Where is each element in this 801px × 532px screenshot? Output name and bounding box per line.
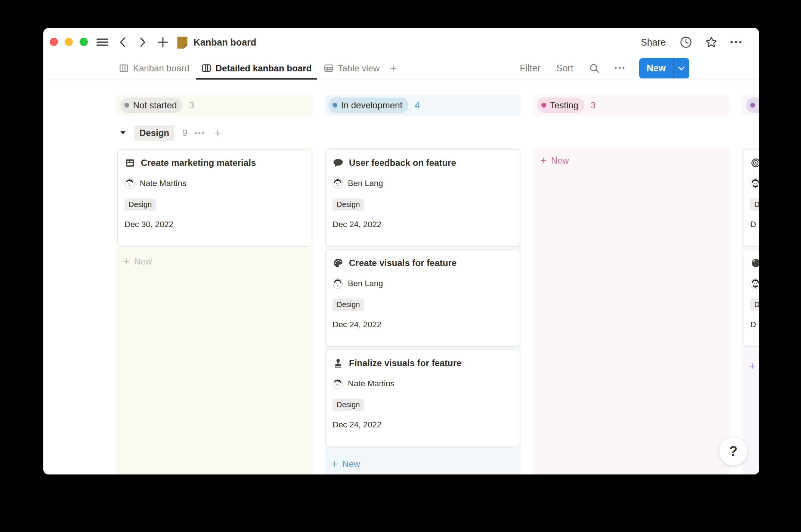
ellipsis-icon: •••: [615, 64, 626, 72]
card-finalize-visuals-for-feature[interactable]: Finalize visuals for feature Nate Martin…: [325, 350, 520, 447]
add-card-label: New: [342, 459, 360, 469]
tag: D: [750, 299, 759, 311]
filter-button[interactable]: Filter: [517, 62, 543, 74]
due-date: D: [750, 220, 759, 229]
column-count: 3: [189, 100, 194, 111]
chevron-left-icon: [118, 37, 127, 48]
avatar-nate-martins: [333, 378, 343, 389]
titlebar: Kanban board Share •••: [43, 28, 759, 56]
add-card-button[interactable]: + New: [325, 455, 520, 473]
card-title: Finalize visuals for feature: [349, 358, 461, 368]
board-view-icon: [119, 63, 129, 73]
tag-design: Design: [333, 299, 364, 311]
due-date: Dec 30, 2022: [124, 220, 305, 229]
status-label: Not started: [133, 100, 177, 111]
due-date: Dec 24, 2022: [333, 320, 513, 330]
due-date: Dec 24, 2022: [333, 220, 513, 229]
status-dot-icon: [333, 103, 337, 108]
favorite-button[interactable]: [704, 35, 719, 50]
column-testing: Testing 3 + New: [534, 95, 730, 474]
column-clipped: D D D D + New: [742, 95, 759, 474]
plus-icon: +: [123, 256, 130, 267]
status-label: Testing: [550, 100, 578, 111]
add-card-button[interactable]: + New: [743, 357, 759, 375]
add-view-button[interactable]: +: [386, 57, 400, 80]
new-entry-button[interactable]: New: [639, 58, 673, 78]
sidebar-menu-button[interactable]: [95, 35, 110, 50]
updates-button[interactable]: [678, 35, 693, 50]
chevron-down-icon: [678, 66, 685, 71]
assignee-name: Ben Lang: [348, 179, 383, 188]
back-button[interactable]: [115, 35, 130, 50]
new-page-button[interactable]: [155, 35, 170, 50]
page-title: Kanban board: [194, 37, 256, 48]
add-card-button[interactable]: + New: [534, 152, 729, 170]
avatar: [750, 178, 759, 189]
tab-label: Table view: [338, 63, 380, 74]
new-entry-button-group: New: [639, 58, 689, 78]
new-entry-dropdown-button[interactable]: [673, 58, 689, 78]
hamburger-icon: [96, 38, 108, 47]
card-clipped-1[interactable]: D D: [743, 149, 759, 247]
tab-table-view[interactable]: Table view: [318, 57, 385, 80]
minimize-window-button[interactable]: [65, 38, 73, 46]
assignee-name: Ben Lang: [348, 279, 383, 288]
tag-design: Design: [333, 399, 364, 411]
tab-kanban-board[interactable]: Kanban board: [114, 57, 195, 80]
card-title: Create marketing materials: [141, 158, 256, 168]
sort-button[interactable]: Sort: [554, 62, 576, 74]
share-button[interactable]: Share: [638, 37, 668, 48]
status-pill-not-started[interactable]: Not started: [120, 98, 183, 113]
view-tabs: Kanban board Detailed kanban board Table…: [114, 57, 400, 80]
column-header: In development 4: [325, 95, 521, 116]
breadcrumb[interactable]: Kanban board: [176, 33, 256, 51]
layout-icon: [124, 157, 136, 168]
column-header: Not started 3: [117, 95, 313, 116]
board-controls: Filter Sort ••• New: [517, 57, 689, 80]
plus-icon: +: [540, 155, 547, 166]
add-card-label: New: [551, 155, 569, 166]
plus-icon: +: [331, 459, 338, 470]
more-options-button[interactable]: •••: [729, 35, 744, 50]
plus-icon: +: [749, 361, 755, 372]
tag: D: [750, 198, 759, 211]
forward-button[interactable]: [135, 35, 150, 50]
notion-window: Kanban board Share •••: [43, 28, 759, 474]
column-body: D D D D + New: [742, 148, 759, 474]
column-header: Testing 3: [534, 95, 730, 116]
close-window-button[interactable]: [50, 38, 58, 46]
column-count: 3: [591, 100, 596, 111]
status-dot-icon: [124, 103, 129, 108]
search-button[interactable]: [587, 61, 602, 76]
due-date: D: [750, 320, 759, 330]
speech-bubble-icon: [333, 157, 344, 168]
due-date: Dec 24, 2022: [333, 420, 513, 430]
view-settings-button[interactable]: •••: [613, 61, 628, 76]
avatar-ben-lang: [333, 278, 343, 289]
ellipsis-icon: •••: [730, 37, 743, 47]
column-body: + New: [534, 148, 730, 474]
help-button[interactable]: ?: [719, 437, 748, 466]
card-user-feedback-on-feature[interactable]: User feedback on feature Ben Lang Design…: [325, 149, 520, 247]
status-pill-in-development[interactable]: In development: [328, 98, 408, 113]
assignee-name: Nate Martins: [140, 179, 186, 188]
kanban-board: Design 9 ••• + Not started 3 Create mark…: [43, 95, 759, 474]
card-create-marketing-materials[interactable]: Create marketing materials Nate Martins …: [117, 149, 312, 247]
add-card-button[interactable]: + New: [117, 253, 312, 270]
card-title: Create visuals for feature: [349, 258, 457, 268]
status-pill-clipped[interactable]: [746, 98, 759, 113]
avatar-nate-martins: [124, 178, 135, 189]
star-icon: [705, 36, 718, 49]
tab-detailed-kanban-board[interactable]: Detailed kanban board: [196, 57, 317, 80]
column-body: Create marketing materials Nate Martins …: [117, 148, 313, 474]
chevron-right-icon: [138, 37, 148, 48]
status-pill-testing[interactable]: Testing: [537, 98, 584, 113]
card-create-visuals-for-feature[interactable]: Create visuals for feature Ben Lang Desi…: [325, 250, 520, 347]
card-title: User feedback on feature: [349, 158, 456, 168]
card-clipped-2[interactable]: D D: [743, 250, 759, 347]
tag-design: Design: [124, 198, 156, 211]
plus-icon: [158, 37, 168, 47]
column-in-development: In development 4 User feedback on featur…: [325, 95, 521, 474]
dark-circle-icon: [750, 257, 759, 269]
zoom-window-button[interactable]: [80, 38, 88, 46]
